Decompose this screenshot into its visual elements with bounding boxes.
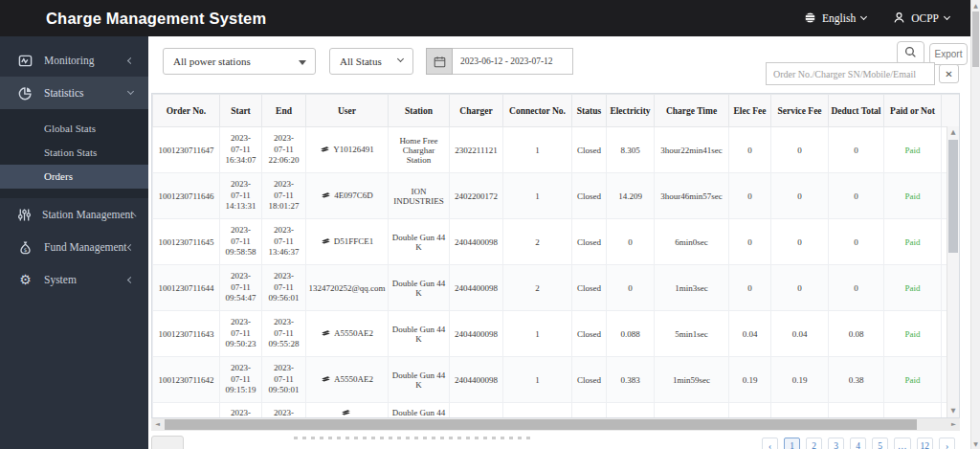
- language-selector[interactable]: English: [804, 11, 866, 26]
- sidebar-item-orders[interactable]: Orders: [0, 165, 148, 189]
- page-button[interactable]: 5: [872, 438, 888, 449]
- scroll-up-arrow-icon[interactable]: ▲: [947, 126, 959, 139]
- calendar-icon: [426, 48, 453, 75]
- chevron-down-icon: [860, 13, 867, 20]
- scroll-down-arrow-icon[interactable]: ▼: [947, 405, 959, 417]
- user-name: 4E097C6D: [334, 191, 373, 200]
- cell-status: Closed: [572, 219, 607, 265]
- cell-deduct-total: 0: [829, 219, 884, 265]
- prev-page-button[interactable]: ‹: [762, 438, 778, 449]
- search-input[interactable]: [766, 62, 935, 85]
- table-horizontal-scrollbar[interactable]: ◄ ►: [151, 418, 960, 431]
- cell-status: Closed: [572, 265, 607, 311]
- cell-start: 2023-: [220, 403, 262, 419]
- table-vertical-scrollbar[interactable]: ▲ ▼: [947, 126, 959, 417]
- cell-elec-fee: 0.04: [729, 311, 771, 357]
- language-label: English: [822, 12, 856, 24]
- cell-connector: [503, 403, 572, 419]
- sidebar-item-global-stats[interactable]: Global Stats: [0, 117, 148, 141]
- sidebar-item-station-management[interactable]: Station Management: [0, 198, 148, 231]
- cell-electricity: 0: [607, 265, 655, 311]
- cell-station: Double Gun 44 K: [389, 311, 450, 357]
- cell-paid: Paid: [884, 357, 942, 403]
- chevron-left-icon: [127, 243, 134, 250]
- cell-status: [572, 403, 607, 419]
- sidebar-item-label: System: [44, 274, 77, 285]
- cell-start: 2023- 07-11 09:54:47: [220, 265, 262, 311]
- pie-chart-icon: [17, 86, 33, 101]
- column-header: Status: [572, 95, 607, 127]
- user-name: A5550AE2: [334, 328, 373, 338]
- sidebar-item-statistics[interactable]: Statistics: [0, 77, 148, 109]
- cell-connector: 2: [503, 219, 572, 265]
- scroll-up-arrow-icon[interactable]: ▲: [971, 0, 980, 11]
- cell-start: 2023- 07-11 09:15:19: [220, 357, 262, 403]
- cell-start: 2023- 07-11 14:13:31: [220, 173, 262, 219]
- card-icon: [341, 408, 351, 418]
- cell-electricity: 8.305: [607, 127, 655, 173]
- cell-charge-time: 6min0sec: [655, 219, 729, 265]
- sidebar-item-monitoring[interactable]: Monitoring: [0, 44, 148, 77]
- page-button[interactable]: 2: [806, 438, 822, 449]
- chevron-left-icon: [127, 276, 134, 282]
- cell-user: 4E097C6D: [306, 173, 389, 219]
- cell-charger: 2404400098: [450, 265, 503, 311]
- cell-service-fee: 0: [771, 127, 829, 173]
- cell-station: Double Gun 44 K: [389, 403, 450, 419]
- page-button[interactable]: 3: [828, 438, 844, 449]
- cell-electricity: 0.383: [607, 357, 655, 403]
- chevron-down-icon: [127, 88, 134, 95]
- column-header: Start: [220, 95, 262, 127]
- statistics-submenu: Global Stats Station Stats Orders: [0, 109, 148, 198]
- status-filter-select[interactable]: All Status: [329, 48, 413, 75]
- cell-end: 2023- 07-11 22:06:20: [262, 127, 306, 173]
- vertical-scroll-thumb[interactable]: [948, 140, 958, 253]
- page-button[interactable]: …: [894, 438, 911, 449]
- orders-table: Order No.StartEndUserStationChargerConne…: [152, 94, 960, 418]
- scroll-left-arrow-icon[interactable]: ◄: [151, 418, 164, 431]
- sidebar-item-system[interactable]: ⚙ System: [0, 263, 148, 296]
- sidebar: Monitoring Statistics Global Stats Stati…: [0, 36, 148, 449]
- sidebar-item-label: Monitoring: [44, 55, 94, 66]
- scroll-down-arrow-icon[interactable]: ▼: [971, 438, 980, 449]
- user-menu[interactable]: OCPP: [893, 11, 949, 26]
- cell-elec-fee: 0: [729, 265, 771, 311]
- station-filter-select[interactable]: All power stations: [163, 48, 316, 75]
- main-content: All power stations All Status 2023-06-12…: [148, 36, 970, 449]
- cell-user: Y10126491: [306, 127, 389, 173]
- scroll-right-arrow-icon[interactable]: ►: [947, 418, 960, 431]
- cell-user: 1324720252@qq.com: [306, 265, 389, 311]
- page-button[interactable]: 4: [850, 438, 866, 449]
- page-button[interactable]: 12: [917, 438, 934, 449]
- sidebar-item-label: Station Management: [42, 209, 134, 220]
- gear-icon: ⚙: [17, 273, 33, 286]
- cell-order: [153, 403, 220, 419]
- export-button[interactable]: Export: [929, 43, 968, 65]
- cell-paid: [884, 403, 942, 419]
- cell-charger: 2302211121: [450, 127, 503, 173]
- search-icon: [904, 46, 917, 61]
- page-vertical-scrollbar[interactable]: ▲ ▼: [970, 0, 980, 449]
- sidebar-item-station-stats[interactable]: Station Stats: [0, 141, 148, 165]
- page-scroll-thumb[interactable]: [972, 11, 979, 67]
- cell-end: 2023- 07-11 13:46:37: [262, 219, 306, 265]
- next-page-button[interactable]: ›: [939, 438, 955, 449]
- page-button[interactable]: 1: [784, 438, 800, 449]
- cell-charge-time: 5min1sec: [655, 311, 729, 357]
- card-icon: [321, 191, 331, 201]
- date-range-value[interactable]: 2023-06-12 - 2023-07-12: [453, 48, 573, 75]
- page-size-select[interactable]: [151, 436, 184, 449]
- cell-charger: 2404400098: [450, 357, 503, 403]
- sliders-icon: [17, 208, 32, 222]
- cell-electricity: [607, 403, 655, 419]
- card-icon: [321, 328, 331, 339]
- cell-user: A5550AE2: [306, 311, 389, 357]
- cell-charge-time: 3hour46min57sec: [655, 173, 729, 219]
- horizontal-scroll-thumb[interactable]: [165, 419, 917, 430]
- status-filter-value: All Status: [340, 56, 382, 67]
- cell-charger: 2402200172: [450, 173, 503, 219]
- column-header: Order No.: [153, 95, 220, 127]
- clear-search-button[interactable]: ✕: [939, 64, 959, 83]
- date-range-picker[interactable]: 2023-06-12 - 2023-07-12: [426, 48, 573, 75]
- sidebar-item-fund-management[interactable]: $ Fund Management: [0, 231, 148, 263]
